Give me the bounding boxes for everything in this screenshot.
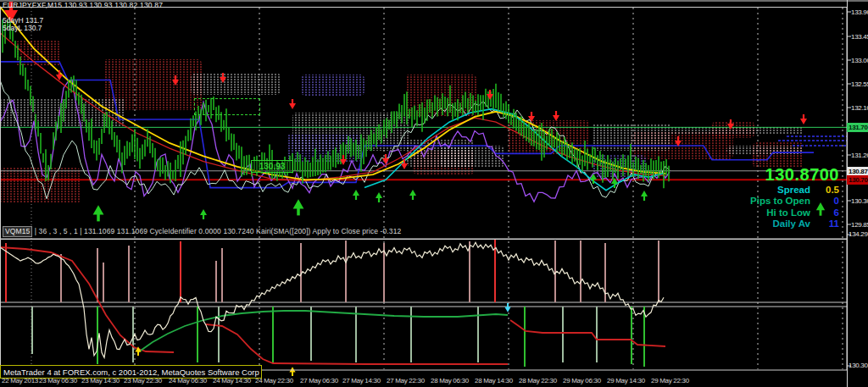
sell-arrow-icon	[800, 119, 807, 124]
time-axis-label: 29 May 14:30	[607, 377, 645, 384]
time-axis-label: 28 May 22:30	[519, 377, 557, 384]
buy-arrow-icon	[376, 192, 382, 198]
day-low-label: 5dayL 130.7	[3, 25, 42, 32]
quote-row: Pips to Open0	[746, 196, 839, 206]
quote-row-label: Pips to Open	[750, 196, 810, 206]
quote-row-value: 11	[810, 218, 839, 229]
indicator-name[interactable]: VQM15	[3, 226, 32, 237]
time-axis-label: 28 May 14:30	[475, 377, 513, 384]
indicator-params: | 36 , 3 , 5 , 1 | 131.1069 131.1069	[32, 227, 147, 235]
price-axis-label: 130.302	[849, 362, 868, 369]
lower-white-oscillator-line	[0, 242, 664, 357]
time-axis-label: 24 May 06:30	[169, 377, 207, 384]
time-axis-label: 27 May 22:30	[387, 377, 425, 384]
buy-arrow-icon	[641, 191, 648, 196]
sell-arrow-icon	[553, 115, 559, 121]
quote-rows: Spread0.5Pips to Open0Hi to Low6Daily Av…	[746, 185, 839, 229]
time-axis-label: 23 May 22:30	[124, 377, 162, 384]
buy-arrow-icon	[93, 205, 104, 214]
kairi-readout: Kairi(SMA([200]) Apply to Close price -0…	[254, 227, 402, 235]
buy-arrow-icon	[293, 199, 304, 208]
quote-row-label: Daily Av	[772, 218, 810, 229]
time-axis-label: 29 May 22:30	[651, 377, 689, 384]
price-axis-label: 131.20	[851, 152, 868, 159]
price-axis-highlight: 131.70	[847, 123, 868, 132]
lower-panel-border	[1, 240, 848, 371]
oscillator-marker-arrow-icon	[289, 367, 295, 372]
price-axis-highlight: 130.70	[847, 175, 868, 185]
ohlc-readout: EURJPYFXF,M15 130.93 130.93 130.82 130.8…	[3, 2, 163, 9]
red-dotted-cloud	[0, 168, 81, 203]
quote-row-value: 0	[810, 196, 839, 206]
white-dotted-cloud	[441, 146, 504, 168]
price-axis-label: 132.55	[851, 80, 868, 88]
time-axis-label: 22 May 2013	[2, 377, 38, 384]
oscillator-marker-arrow-icon	[504, 307, 510, 312]
lower-green-signal-line	[138, 311, 508, 352]
lower-red-signal-line	[510, 320, 665, 346]
cycle-identifier-readout: CycleIdentifier 0.0000 130.7240	[147, 227, 254, 235]
chart-canvas[interactable]	[0, 0, 868, 387]
buy-arrow-icon	[353, 190, 359, 196]
price-axis-label: 134.295	[849, 230, 868, 238]
time-axis-label: 24 May 22:30	[255, 377, 293, 384]
quote-row-label: Spread	[777, 185, 810, 195]
quote-row: Spread0.5	[746, 185, 839, 195]
time-axis-label: 27 May 14:30	[342, 377, 381, 384]
time-axis-label: 24 May 14:30	[213, 377, 251, 384]
bid-price: 130.8700	[746, 166, 839, 183]
price-marker-box[interactable]: 130.93	[251, 160, 293, 173]
mt4-chart-window: EURJPYFXF,M15 130.93 130.93 130.82 130.8…	[0, 0, 868, 387]
quote-row: Daily Av11	[746, 218, 839, 229]
price-axis-label: 133.90	[851, 8, 868, 16]
price-axis-label: 130.30	[851, 197, 868, 205]
indicator-header: VQM15 | 36 , 3 , 5 , 1 | 131.1069 131.10…	[3, 228, 401, 235]
quote-row-value: 0.5	[810, 185, 839, 195]
buy-arrow-icon	[200, 209, 207, 215]
time-axis-label: 23 May 06:30	[39, 377, 77, 384]
white-dotted-cloud	[191, 73, 281, 95]
price-axis-label: 129.85	[851, 221, 868, 229]
quote-row-value: 6	[810, 207, 839, 218]
price-axis-label: 133.45	[851, 33, 868, 41]
sell-arrow-icon	[401, 163, 408, 169]
quote-panel: 130.8700 Spread0.5Pips to Open0Hi to Low…	[746, 166, 839, 229]
violet-dotted-cloud	[301, 75, 364, 96]
time-axis-label: 23 May 14:30	[81, 377, 120, 384]
time-axis-label: 28 May 06:30	[431, 377, 469, 384]
buy-arrow-icon	[409, 190, 416, 196]
price-axis-label: 133.00	[851, 57, 868, 64]
price-axis-label: 132.10	[851, 104, 868, 112]
sell-arrow-icon	[289, 103, 296, 109]
price-marker-box[interactable]	[194, 98, 260, 115]
time-axis-label: 29 May 06:30	[563, 377, 601, 384]
quote-row-label: Hi to Low	[766, 207, 810, 218]
time-axis-label: 27 May 06:30	[300, 377, 338, 384]
quote-row: Hi to Low6	[746, 207, 839, 218]
